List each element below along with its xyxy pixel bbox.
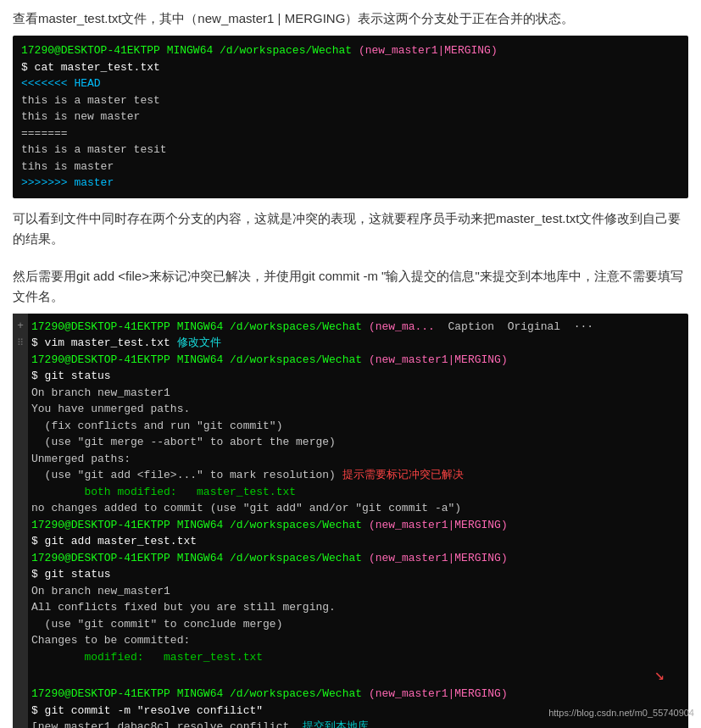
header-text: 查看master_test.txt文件，其中（new_master1 | MER… — [13, 8, 688, 29]
terminal-line: this is a master test — [21, 92, 680, 109]
terminal-line: Unmerged paths: — [31, 451, 682, 468]
terminal-line: $ git status — [31, 368, 682, 385]
terminal-line: tihs is master — [21, 158, 680, 175]
para2: 然后需要用git add <file>来标记冲突已解决，并使用git commi… — [13, 266, 688, 307]
terminal-line: $ cat master_test.txt — [21, 59, 680, 76]
terminal-line: $ git status — [31, 566, 682, 583]
terminal-line: 17290@DESKTOP-41EKTPP MINGW64 /d/workspa… — [31, 319, 682, 336]
terminal-line: 17290@DESKTOP-41EKTPP MINGW64 /d/workspa… — [31, 550, 682, 567]
terminal-line: >>>>>>> master — [21, 175, 680, 192]
terminal-line: both modified: master_test.txt — [31, 484, 682, 501]
terminal-line: Changes to be committed: — [31, 632, 682, 649]
terminal-line: (use "git add <file>..." to mark resolut… — [31, 467, 682, 484]
terminal-line: All conflicts fixed but you are still me… — [31, 599, 682, 616]
terminal-line: no changes added to commit (use "git add… — [31, 500, 682, 517]
terminal-line: (use "git commit" to conclude merge) — [31, 616, 682, 633]
terminal-line: $ vim master_test.txt 修改文件 — [31, 335, 682, 352]
terminal-line: $ git add master_test.txt — [31, 533, 682, 550]
terminal-line: On branch new_master1 — [31, 583, 682, 600]
terminal-1: 17290@DESKTOP-41EKTPP MINGW64 /d/workspa… — [13, 36, 688, 198]
terminal-line: 17290@DESKTOP-41EKTPP MINGW64 /d/workspa… — [31, 352, 682, 369]
para1: 可以看到文件中同时存在两个分支的内容，这就是冲突的表现，这就要程序员手动来把ma… — [13, 208, 688, 249]
terminal-line: You have unmerged paths. — [31, 401, 682, 418]
drag-icon[interactable]: ⠿ — [17, 336, 24, 351]
left-sidebar-bar: + ⠿ — [13, 314, 28, 729]
terminal-2-wrapper: + ⠿ 17290@DESKTOP-41EKTPP MINGW64 /d/wor… — [13, 314, 688, 729]
watermark: https://blog.csdn.net/m0_55740904 — [548, 706, 694, 721]
terminal-line: this is new master — [21, 108, 680, 125]
terminal-line: modified: master_test.txt — [31, 649, 682, 666]
terminal-line: this is a master tesit — [21, 142, 680, 158]
terminal-line: 17290@DESKTOP-41EKTPP MINGW64 /d/workspa… — [31, 517, 682, 534]
arrow-down-1: ↘ — [31, 665, 682, 686]
add-icon[interactable]: + — [17, 317, 24, 335]
terminal-2: 17290@DESKTOP-41EKTPP MINGW64 /d/workspa… — [13, 314, 688, 729]
terminal-line: (fix conflicts and run "git commit") — [31, 418, 682, 435]
terminal-line: (use "git merge --abort" to abort the me… — [31, 434, 682, 451]
main-content: 查看master_test.txt文件，其中（new_master1 | MER… — [13, 8, 688, 728]
terminal-line: On branch new_master1 — [31, 385, 682, 402]
terminal-line: ======= — [21, 125, 680, 142]
terminal-line: 17290@DESKTOP-41EKTPP MINGW64 /d/workspa… — [21, 42, 680, 59]
terminal-line: <<<<<<< HEAD — [21, 75, 680, 92]
terminal-line: 17290@DESKTOP-41EKTPP MINGW64 /d/workspa… — [31, 686, 682, 703]
